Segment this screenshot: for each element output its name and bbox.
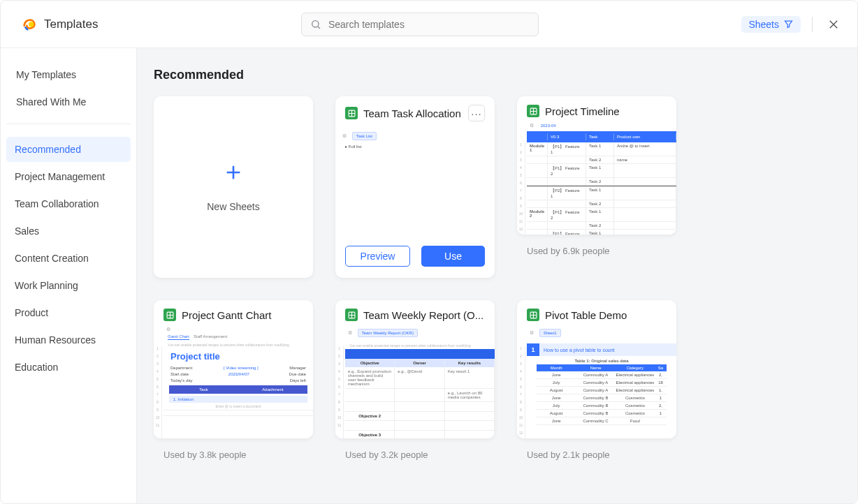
sheets-icon: [527, 105, 539, 117]
card-title: Team Weekly Report (O...: [363, 309, 485, 321]
dots-icon: ···: [471, 108, 482, 119]
usage-label: Used by 3.2k people: [335, 443, 495, 460]
sidebar-item-my-templates[interactable]: My Templates: [8, 62, 129, 87]
plus-icon: [223, 162, 244, 183]
filter-chip-sheets[interactable]: Sheets: [741, 16, 801, 33]
usage-label: Used by 2.1k people: [517, 443, 676, 460]
card-title: Project Timeline: [545, 105, 667, 117]
app-logo-icon: [22, 17, 37, 32]
close-icon: [827, 18, 840, 31]
sidebar-item-content-creation[interactable]: Content Creation: [6, 246, 131, 271]
card-thumbnail: 1234567891011 ⚙ Team Weekly Report (OKR)…: [335, 327, 495, 438]
svg-point-0: [29, 22, 34, 27]
page-title: Templates: [44, 17, 98, 31]
new-sheets-card[interactable]: New Sheets: [154, 96, 313, 278]
sidebar-item-team-collaboration[interactable]: Team Collaboration: [6, 191, 131, 216]
section-title: Recommended: [154, 68, 841, 82]
card-thumbnail: 12345678910111213 ⚙ Sheet1 1How to use a…: [517, 327, 676, 438]
card-title: Project Gantt Chart: [182, 309, 303, 321]
template-card-project-timeline[interactable]: Project Timeline 12345678910111213 ⚙ 202…: [517, 96, 676, 235]
sidebar-item-education[interactable]: Education: [6, 355, 131, 380]
preview-button[interactable]: Preview: [345, 246, 410, 267]
template-card-pivot-table-demo[interactable]: Pivot Table Demo 12345678910111213 ⚙ She…: [517, 300, 676, 438]
main-content: Recommended New Sheets Team Task Allo: [137, 48, 857, 503]
sidebar: My Templates Shared With Me Recommended …: [1, 48, 137, 503]
search-icon: [310, 19, 321, 30]
sheets-icon: [163, 309, 176, 321]
use-button[interactable]: Use: [421, 246, 485, 267]
card-title: Team Task Allocation: [363, 108, 463, 119]
card-thumbnail: 1234567891011 ⚙ Gantt ChartStaff Arrange…: [154, 327, 313, 438]
close-button[interactable]: [824, 15, 843, 34]
sidebar-item-project-management[interactable]: Project Management: [6, 164, 131, 189]
search-input[interactable]: [301, 13, 539, 36]
filter-chip-label: Sheets: [748, 19, 779, 30]
usage-label: Used by 6.9k people: [517, 239, 676, 256]
divider: [812, 17, 813, 32]
new-sheets-label: New Sheets: [207, 201, 259, 212]
brand: Templates: [22, 17, 98, 32]
card-thumbnail: ⚙ Task List ▸ Full list: [335, 127, 495, 239]
search-field[interactable]: [328, 19, 530, 30]
template-card-team-weekly-report[interactable]: Team Weekly Report (O... 1234567891011 ⚙…: [335, 300, 495, 438]
template-grid: New Sheets Team Task Allocation ···: [154, 96, 841, 460]
sheets-icon: [345, 309, 358, 321]
sidebar-item-human-resources[interactable]: Human Resources: [6, 327, 131, 353]
sidebar-item-product[interactable]: Product: [6, 300, 131, 325]
sheets-icon: [527, 309, 539, 321]
template-card-project-gantt-chart[interactable]: Project Gantt Chart 1234567891011 ⚙ Gant…: [154, 300, 313, 438]
sidebar-item-shared-with-me[interactable]: Shared With Me: [8, 89, 129, 114]
header-actions: Sheets: [741, 15, 843, 34]
svg-line-2: [318, 27, 320, 29]
sidebar-item-recommended[interactable]: Recommended: [6, 137, 131, 162]
template-card-team-task-allocation[interactable]: Team Task Allocation ··· ⚙ Task List ▸ F…: [335, 96, 495, 278]
filter-icon: [783, 19, 794, 29]
sheets-icon: [345, 107, 358, 119]
usage-label: Used by 3.8k people: [154, 443, 313, 460]
sidebar-item-sales[interactable]: Sales: [6, 218, 131, 244]
card-menu-button[interactable]: ···: [468, 105, 485, 121]
sidebar-item-work-planning[interactable]: Work Planning: [6, 273, 131, 298]
svg-point-1: [312, 20, 319, 27]
card-title: Pivot Table Demo: [545, 309, 667, 321]
header: Templates Sheets: [1, 1, 857, 48]
card-thumbnail: 12345678910111213 ⚙ 2023-04 V0.3 Task Pr…: [517, 123, 676, 235]
